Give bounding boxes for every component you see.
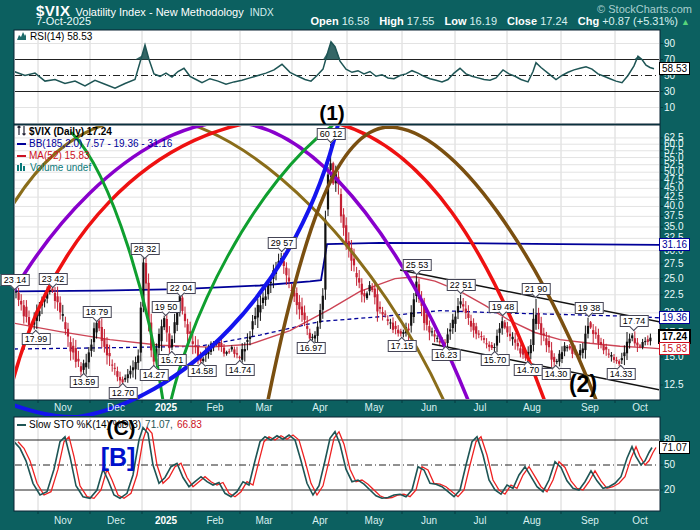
high-value: 17.55 bbox=[407, 15, 435, 27]
vix-legend-label: $VIX (Daily) 17.24 bbox=[29, 126, 112, 138]
close-label: Close bbox=[507, 15, 537, 27]
sto-legend: Slow STO %K(14) %D(3) 71.07, 66.83 bbox=[17, 419, 202, 431]
close-value: 17.24 bbox=[540, 15, 568, 27]
high-label: High bbox=[379, 15, 403, 27]
chg-label: Chg bbox=[578, 15, 599, 27]
chart-header: $VIXVolatility Index - New MethodologyIN… bbox=[0, 0, 700, 28]
rsi-legend-label: RSI(14) 58.53 bbox=[30, 31, 92, 43]
rsi-panel bbox=[14, 30, 660, 124]
chg-value: +0.87 (+5.31%) bbox=[602, 15, 678, 27]
ohlc-quote-line: Open 16.58 High 17.55 Low 16.19 Close 17… bbox=[304, 15, 690, 27]
volume-legend-label: Volume undef bbox=[30, 162, 91, 174]
up-triangle-icon: ▲ bbox=[681, 17, 690, 27]
volume-bars-icon bbox=[17, 162, 27, 174]
ma-legend-label: MA(52) 15.83 bbox=[29, 150, 90, 162]
sto-legend-label: Slow STO %K(14) %D(3) bbox=[29, 419, 141, 431]
area-chart-icon bbox=[17, 31, 27, 44]
stockcharts-credit: © StockCharts.com bbox=[597, 3, 692, 15]
chart-canvas bbox=[0, 0, 700, 530]
low-value: 16.19 bbox=[470, 15, 498, 27]
low-label: Low bbox=[444, 15, 466, 27]
open-value: 16.58 bbox=[342, 15, 370, 27]
open-label: Open bbox=[311, 15, 339, 27]
rsi-legend: RSI(14) 58.53 bbox=[17, 31, 92, 43]
main-legend: $VIX (Daily) 17.24 BB(185,2.0) 7.57 - 19… bbox=[17, 126, 172, 174]
sto-d-value: 66.83 bbox=[177, 419, 202, 431]
bb-legend-label: BB(185,2.0) 7.57 - 19.36 - 31.16 bbox=[29, 138, 172, 150]
ma-line-swatch bbox=[17, 155, 26, 157]
exchange-label: INDX bbox=[250, 7, 274, 18]
candlestick-icon bbox=[17, 125, 26, 139]
sto-k-value: 71.07, bbox=[145, 419, 173, 431]
chart-date: 7-Oct-2025 bbox=[36, 15, 91, 27]
stockcharts-chart-page: $VIXVolatility Index - New MethodologyIN… bbox=[0, 0, 700, 530]
bb-line-swatch bbox=[17, 143, 26, 145]
sto-panel bbox=[14, 417, 660, 511]
symbol-title: Volatility Index - New Methodology bbox=[76, 6, 244, 18]
sto-line-swatch bbox=[17, 424, 26, 426]
